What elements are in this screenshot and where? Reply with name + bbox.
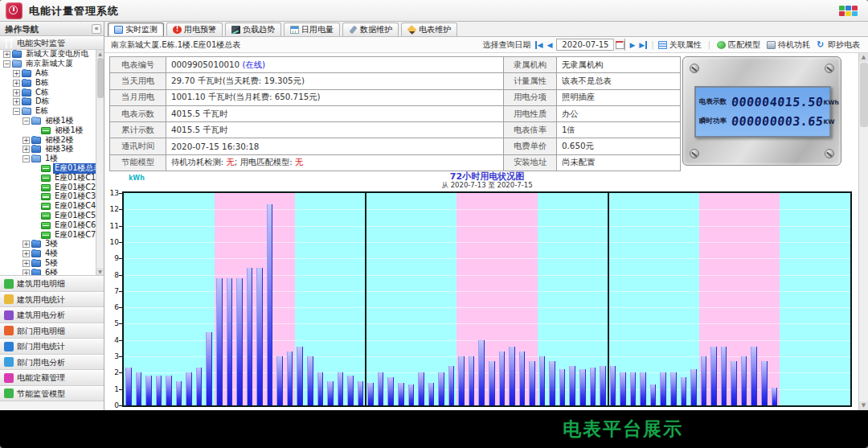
tree-node-e01-c3[interactable]: E座01楼C3 — [0, 192, 104, 202]
toolbar-actions: 关联属性|匹配模型待机功耗↻即抄电表 — [658, 39, 860, 51]
tree-node-substation[interactable]: +新城大厦变电所电 — [0, 50, 104, 60]
read-meter-now-button[interactable]: ↻即抄电表 — [817, 39, 860, 51]
tab-data-maintain[interactable]: 数据维护 — [342, 23, 399, 36]
match-model-button[interactable]: 匹配模型 — [717, 39, 760, 51]
tree-node-block-c[interactable]: +C栋 — [0, 88, 104, 97]
apps-grid-icon[interactable] — [839, 6, 858, 17]
y-axis-tick-label: 6 — [104, 303, 119, 311]
scroll-up-icon[interactable]: ▲ — [96, 50, 104, 57]
y-axis-tick — [119, 258, 122, 259]
tree-node-podium-3f[interactable]: +裙楼3楼 — [0, 145, 104, 154]
expand-icon[interactable]: + — [13, 80, 20, 87]
collapse-icon[interactable]: − — [23, 117, 30, 125]
last-day-button[interactable]: ▶ — [639, 41, 647, 49]
sidebar-section-dept-usage-detail[interactable]: 部门用电明细 — [0, 323, 104, 339]
usage-bar — [206, 332, 212, 405]
collapse-icon[interactable]: − — [3, 60, 10, 68]
tree-node-floor-3[interactable]: +3楼 — [0, 240, 104, 249]
sidebar-section-building-usage-detail[interactable]: 建筑用电明细 — [0, 276, 104, 292]
tree-node-e01-c2[interactable]: E座01楼C2 — [0, 183, 104, 192]
scroll-up-icon[interactable]: ▲ — [859, 53, 868, 62]
tab-meter-maintain[interactable]: 电表维护 — [401, 23, 457, 36]
scroll-down-icon[interactable]: ▼ — [859, 401, 868, 410]
date-label: 选择查询日期 — [483, 39, 531, 51]
usage-bar — [751, 347, 757, 405]
tree-node-floor-1[interactable]: −1楼 — [0, 154, 104, 164]
expand-icon[interactable]: + — [3, 51, 10, 58]
usage-bar — [590, 368, 596, 405]
meter-icon — [41, 127, 51, 134]
tree-node-e01-c4[interactable]: E座01楼C4 — [0, 202, 104, 212]
y-axis-tick-label: 7 — [104, 287, 119, 295]
app-logo-icon — [6, 2, 23, 19]
value-segment: 29.70 千瓦时(当天耗费: 19.305元) — [171, 76, 305, 85]
energy-quota-mgmt-icon — [4, 373, 14, 383]
prev-day-button[interactable]: ◀ — [547, 41, 552, 49]
field-value: 该表不是总表 — [557, 73, 681, 89]
tree-node-podium-2f[interactable]: +裙楼2楼 — [0, 135, 104, 145]
tree-node-podium-1f[interactable]: −裙楼1楼 — [0, 117, 104, 126]
usage-bar — [610, 366, 616, 405]
folder-icon — [31, 260, 41, 267]
first-day-button[interactable]: ◀ — [535, 41, 543, 49]
tree-node-e01-main-meter[interactable]: E座01楼总表 — [0, 164, 104, 174]
scroll-thumb[interactable] — [97, 58, 104, 98]
grid-icon — [658, 41, 667, 49]
value-segment: 2020-07-15 16:30:18 — [171, 142, 259, 151]
dept-usage-detail-icon — [4, 326, 14, 335]
tree-node-nanjing-xincheng-building[interactable]: −南京新城大厦 — [0, 60, 104, 69]
tab-daily-usage[interactable]: 日用电量 — [284, 23, 340, 36]
next-day-button[interactable]: ▶ — [629, 41, 635, 49]
scroll-thumb[interactable] — [860, 63, 868, 127]
tree-node-e01-c5[interactable]: E座01楼C5 — [0, 212, 104, 221]
standby-power-button[interactable]: 待机功耗 — [767, 39, 810, 51]
collapse-panel-button[interactable]: « — [92, 24, 101, 34]
tree-node-block-a[interactable]: +A栋 — [0, 69, 104, 79]
calendar-icon[interactable] — [613, 39, 624, 51]
usage-bar — [478, 340, 485, 405]
tab-label: 实时监测 — [125, 24, 158, 35]
expand-icon[interactable]: + — [23, 240, 30, 248]
expand-icon[interactable]: + — [23, 137, 30, 144]
link-attribute-button[interactable]: 关联属性 — [658, 39, 702, 51]
tree-node-e01-c1[interactable]: E座01楼C1 — [0, 173, 104, 183]
tree-scrollbar[interactable]: ▲ ▼ — [96, 50, 104, 275]
expand-icon[interactable]: + — [23, 250, 30, 257]
expand-icon[interactable]: + — [13, 98, 20, 105]
meter-icon — [41, 232, 51, 239]
tab-power-alert[interactable]: !用电预警 — [166, 23, 223, 36]
expand-icon[interactable]: + — [23, 260, 30, 267]
tree-node-block-b[interactable]: +B栋 — [0, 78, 104, 88]
tree-node-block-e[interactable]: −E栋 — [0, 107, 104, 117]
table-row: 当天用电29.70 千瓦时(当天耗费: 19.305元)计量属性该表不是总表 — [110, 73, 681, 89]
value-segment: 尚未配置 — [562, 157, 595, 166]
tab-realtime-monitor[interactable]: 实时监测 — [108, 23, 164, 36]
usage-bar — [196, 368, 203, 405]
sidebar-section-dept-usage-stats[interactable]: 部门用电统计 — [0, 339, 104, 355]
tree-node-e01-c7[interactable]: E座01楼C7 — [0, 230, 104, 240]
tab-load-trend[interactable]: 负载趋势 — [225, 23, 281, 36]
expand-icon[interactable]: + — [13, 89, 20, 97]
field-label: 电表编号 — [110, 57, 166, 73]
sidebar-section-energy-quota-mgmt[interactable]: 电能定额管理 — [0, 370, 104, 386]
expand-icon[interactable]: + — [13, 70, 20, 77]
expand-icon[interactable]: + — [23, 146, 30, 153]
scroll-down-icon[interactable]: ▼ — [96, 268, 104, 275]
collapse-icon[interactable]: − — [13, 108, 20, 115]
tree-node-podium-1f-meter[interactable]: 裙楼1楼 — [0, 125, 104, 135]
content-scrollbar[interactable]: ▲ ▼ — [858, 53, 868, 410]
y-axis-tick — [119, 340, 122, 341]
tree-node-floor-6[interactable]: +6楼 — [0, 268, 104, 276]
date-input[interactable] — [557, 39, 613, 50]
sidebar-section-realtime-supervision[interactable]: 电能实时监管 — [0, 36, 104, 50]
collapse-icon[interactable]: − — [23, 155, 30, 162]
tree-node-block-d[interactable]: +D栋 — [0, 97, 104, 107]
sidebar-section-energy-saving-model[interactable]: 节能监管模型 — [0, 386, 104, 402]
sidebar-section-dept-usage-analysis[interactable]: 部门用电分析 — [0, 355, 104, 371]
tree-node-floor-5[interactable]: +5楼 — [0, 259, 104, 269]
expand-icon[interactable]: + — [23, 269, 30, 276]
tree-node-e01-c6[interactable]: E座01楼C6 — [0, 220, 104, 230]
sidebar-section-building-usage-stats[interactable]: 建筑用电统计 — [0, 292, 104, 308]
sidebar-section-building-usage-analysis[interactable]: 建筑用电分析 — [0, 307, 104, 323]
tree-node-floor-4[interactable]: +4楼 — [0, 249, 104, 259]
